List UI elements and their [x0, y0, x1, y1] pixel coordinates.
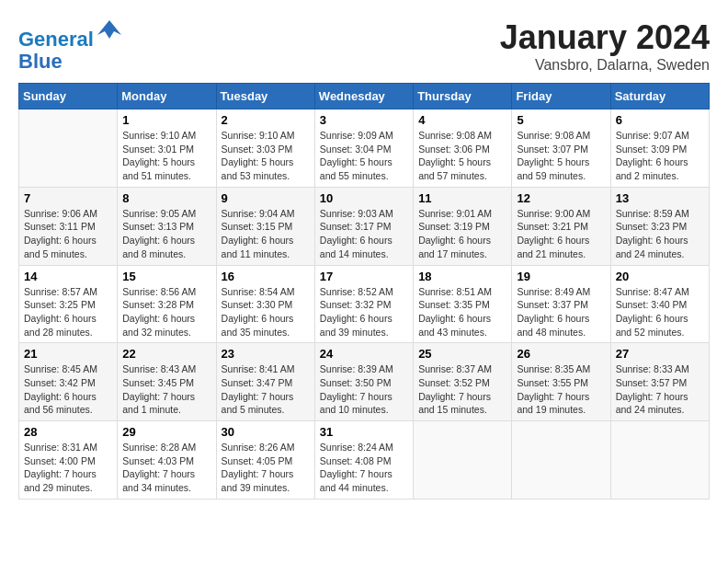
column-headers-row: SundayMondayTuesdayWednesdayThursdayFrid… — [19, 84, 710, 109]
calendar-week-row: 28Sunrise: 8:31 AM Sunset: 4:00 PM Dayli… — [19, 421, 710, 500]
day-number: 28 — [24, 425, 112, 439]
calendar-week-row: 21Sunrise: 8:45 AM Sunset: 3:42 PM Dayli… — [19, 343, 710, 421]
day-number: 4 — [418, 113, 506, 127]
day-number: 13 — [616, 191, 704, 205]
calendar-cell: 25Sunrise: 8:37 AM Sunset: 3:52 PM Dayli… — [414, 343, 512, 421]
day-info: Sunrise: 8:51 AM Sunset: 3:35 PM Dayligh… — [418, 285, 506, 339]
day-number: 8 — [122, 191, 210, 205]
calendar-cell: 22Sunrise: 8:43 AM Sunset: 3:45 PM Dayli… — [118, 343, 216, 421]
day-info: Sunrise: 9:07 AM Sunset: 3:09 PM Dayligh… — [616, 129, 704, 183]
day-info: Sunrise: 8:57 AM Sunset: 3:25 PM Dayligh… — [24, 285, 112, 339]
day-number: 6 — [616, 113, 704, 127]
day-info: Sunrise: 9:06 AM Sunset: 3:11 PM Dayligh… — [24, 207, 112, 261]
day-number: 23 — [222, 347, 310, 361]
day-number: 18 — [418, 270, 506, 283]
day-info: Sunrise: 8:43 AM Sunset: 3:45 PM Dayligh… — [122, 362, 210, 417]
calendar-cell: 13Sunrise: 8:59 AM Sunset: 3:23 PM Dayli… — [610, 187, 709, 265]
day-info: Sunrise: 8:24 AM Sunset: 4:08 PM Dayligh… — [320, 441, 408, 495]
day-number: 31 — [320, 425, 408, 439]
calendar-cell — [19, 109, 118, 188]
calendar-week-row: 7Sunrise: 9:06 AM Sunset: 3:11 PM Daylig… — [19, 187, 710, 265]
calendar-week-row: 14Sunrise: 8:57 AM Sunset: 3:25 PM Dayli… — [19, 265, 710, 343]
calendar-cell: 16Sunrise: 8:54 AM Sunset: 3:30 PM Dayli… — [216, 265, 314, 343]
calendar-table: SundayMondayTuesdayWednesdayThursdayFrid… — [18, 83, 710, 500]
day-info: Sunrise: 8:52 AM Sunset: 3:32 PM Dayligh… — [320, 285, 408, 339]
day-number: 19 — [517, 270, 605, 283]
day-number: 12 — [517, 191, 605, 205]
title-area: January 2024 Vansbro, Dalarna, Sweden — [500, 18, 710, 74]
day-info: Sunrise: 9:01 AM Sunset: 3:19 PM Dayligh… — [418, 207, 506, 261]
day-number: 26 — [517, 347, 605, 361]
calendar-cell: 8Sunrise: 9:05 AM Sunset: 3:13 PM Daylig… — [118, 187, 216, 265]
day-number: 22 — [122, 347, 210, 361]
day-info: Sunrise: 8:59 AM Sunset: 3:23 PM Dayligh… — [616, 207, 704, 261]
calendar-cell: 24Sunrise: 8:39 AM Sunset: 3:50 PM Dayli… — [314, 343, 413, 421]
day-info: Sunrise: 8:35 AM Sunset: 3:55 PM Dayligh… — [517, 362, 605, 417]
calendar-cell: 28Sunrise: 8:31 AM Sunset: 4:00 PM Dayli… — [19, 421, 118, 500]
calendar-cell: 29Sunrise: 8:28 AM Sunset: 4:03 PM Dayli… — [118, 421, 216, 500]
month-year-title: January 2024 — [500, 18, 710, 57]
calendar-week-row: 1Sunrise: 9:10 AM Sunset: 3:01 PM Daylig… — [19, 109, 710, 188]
calendar-cell: 17Sunrise: 8:52 AM Sunset: 3:32 PM Dayli… — [314, 265, 413, 343]
day-info: Sunrise: 9:08 AM Sunset: 3:06 PM Dayligh… — [418, 129, 506, 183]
col-header-saturday: Saturday — [610, 84, 709, 109]
col-header-monday: Monday — [118, 84, 216, 109]
calendar-cell: 2Sunrise: 9:10 AM Sunset: 3:03 PM Daylig… — [216, 109, 314, 188]
day-info: Sunrise: 9:09 AM Sunset: 3:04 PM Dayligh… — [320, 129, 408, 183]
col-header-thursday: Thursday — [414, 84, 512, 109]
day-number: 17 — [320, 270, 408, 283]
day-info: Sunrise: 8:41 AM Sunset: 3:47 PM Dayligh… — [222, 362, 310, 417]
day-number: 5 — [517, 113, 605, 127]
page-header: General Blue January 2024 Vansbro, Dalar… — [18, 18, 710, 74]
day-info: Sunrise: 9:10 AM Sunset: 3:01 PM Dayligh… — [122, 129, 210, 183]
day-info: Sunrise: 8:56 AM Sunset: 3:28 PM Dayligh… — [122, 285, 210, 339]
day-number: 24 — [320, 347, 408, 361]
day-info: Sunrise: 9:10 AM Sunset: 3:03 PM Dayligh… — [222, 129, 310, 183]
day-number: 15 — [122, 270, 210, 283]
calendar-cell: 14Sunrise: 8:57 AM Sunset: 3:25 PM Dayli… — [19, 265, 118, 343]
calendar-cell — [512, 421, 610, 500]
calendar-cell: 21Sunrise: 8:45 AM Sunset: 3:42 PM Dayli… — [19, 343, 118, 421]
day-number: 21 — [24, 347, 112, 361]
calendar-cell: 9Sunrise: 9:04 AM Sunset: 3:15 PM Daylig… — [216, 187, 314, 265]
calendar-cell: 27Sunrise: 8:33 AM Sunset: 3:57 PM Dayli… — [610, 343, 709, 421]
calendar-cell: 30Sunrise: 8:26 AM Sunset: 4:05 PM Dayli… — [216, 421, 314, 500]
calendar-cell: 4Sunrise: 9:08 AM Sunset: 3:06 PM Daylig… — [414, 109, 512, 188]
logo: General Blue — [18, 18, 123, 73]
day-info: Sunrise: 9:08 AM Sunset: 3:07 PM Dayligh… — [517, 129, 605, 183]
logo-bird-icon — [96, 18, 123, 46]
day-info: Sunrise: 8:54 AM Sunset: 3:30 PM Dayligh… — [222, 285, 310, 339]
col-header-tuesday: Tuesday — [216, 84, 314, 109]
day-number: 16 — [222, 270, 310, 283]
calendar-cell: 11Sunrise: 9:01 AM Sunset: 3:19 PM Dayli… — [414, 187, 512, 265]
col-header-sunday: Sunday — [19, 84, 118, 109]
day-number: 14 — [24, 270, 112, 283]
calendar-cell: 15Sunrise: 8:56 AM Sunset: 3:28 PM Dayli… — [118, 265, 216, 343]
calendar-cell: 5Sunrise: 9:08 AM Sunset: 3:07 PM Daylig… — [512, 109, 610, 188]
day-info: Sunrise: 8:45 AM Sunset: 3:42 PM Dayligh… — [24, 362, 112, 417]
day-number: 20 — [616, 270, 704, 283]
calendar-cell: 12Sunrise: 9:00 AM Sunset: 3:21 PM Dayli… — [512, 187, 610, 265]
day-number: 10 — [320, 191, 408, 205]
calendar-cell: 1Sunrise: 9:10 AM Sunset: 3:01 PM Daylig… — [118, 109, 216, 188]
calendar-cell: 10Sunrise: 9:03 AM Sunset: 3:17 PM Dayli… — [314, 187, 413, 265]
day-number: 29 — [122, 425, 210, 439]
calendar-cell: 20Sunrise: 8:47 AM Sunset: 3:40 PM Dayli… — [610, 265, 709, 343]
day-info: Sunrise: 8:47 AM Sunset: 3:40 PM Dayligh… — [616, 285, 704, 339]
day-number: 9 — [222, 191, 310, 205]
day-info: Sunrise: 8:26 AM Sunset: 4:05 PM Dayligh… — [222, 441, 310, 495]
day-info: Sunrise: 9:00 AM Sunset: 3:21 PM Dayligh… — [517, 207, 605, 261]
day-info: Sunrise: 8:37 AM Sunset: 3:52 PM Dayligh… — [418, 362, 506, 417]
day-number: 2 — [222, 113, 310, 127]
day-info: Sunrise: 8:33 AM Sunset: 3:57 PM Dayligh… — [616, 362, 704, 417]
calendar-cell: 26Sunrise: 8:35 AM Sunset: 3:55 PM Dayli… — [512, 343, 610, 421]
day-number: 11 — [418, 191, 506, 205]
calendar-cell: 19Sunrise: 8:49 AM Sunset: 3:37 PM Dayli… — [512, 265, 610, 343]
calendar-cell: 23Sunrise: 8:41 AM Sunset: 3:47 PM Dayli… — [216, 343, 314, 421]
day-number: 3 — [320, 113, 408, 127]
logo-general: General — [18, 28, 94, 51]
day-info: Sunrise: 8:49 AM Sunset: 3:37 PM Dayligh… — [517, 285, 605, 339]
location-subtitle: Vansbro, Dalarna, Sweden — [500, 57, 710, 74]
logo-blue: Blue — [18, 50, 63, 73]
day-info: Sunrise: 9:05 AM Sunset: 3:13 PM Dayligh… — [122, 207, 210, 261]
